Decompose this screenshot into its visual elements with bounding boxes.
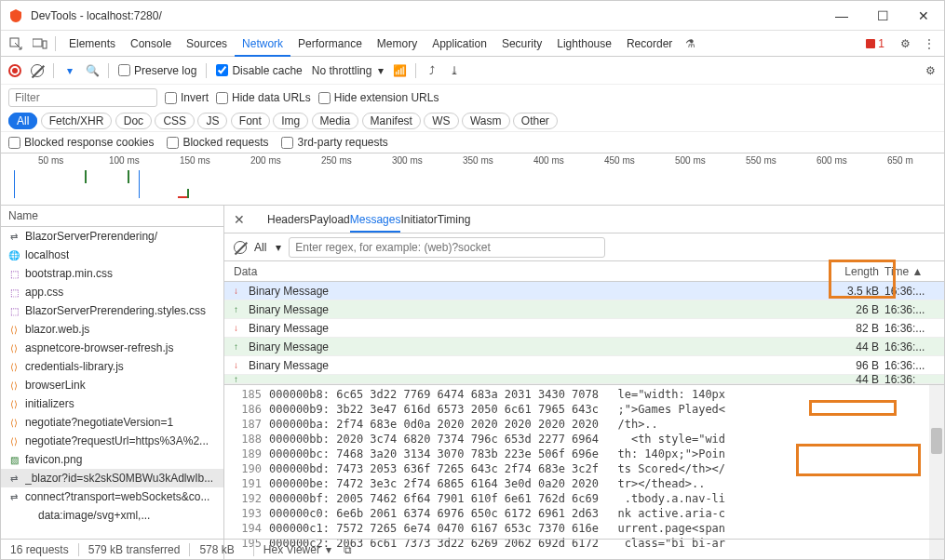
detail-tab-payload[interactable]: Payload — [309, 207, 349, 231]
request-row[interactable]: ⟨⟩negotiate?requestUrl=https%3A%2... — [1, 432, 223, 450]
tab-elements[interactable]: Elements — [61, 32, 123, 55]
request-row[interactable]: ▨favicon.png — [1, 450, 223, 469]
clear-messages-button[interactable] — [234, 241, 247, 254]
throttling-select[interactable]: No throttling ▾ — [312, 64, 384, 77]
disable-cache-checkbox[interactable]: Disable cache — [216, 64, 302, 77]
message-data: Binary Message — [249, 285, 821, 298]
upload-har-icon[interactable]: ⤴ — [425, 64, 439, 77]
filter-pill-manifest[interactable]: Manifest — [362, 113, 421, 129]
hex-row: 190000000bd: 7473 2053 636f 7265 643c 2f… — [234, 461, 944, 476]
filter-pill-doc[interactable]: Doc — [115, 113, 152, 129]
request-row[interactable]: ⟨⟩aspnetcore-browser-refresh.js — [1, 339, 223, 357]
filter-pill-wasm[interactable]: Wasm — [462, 113, 510, 129]
filter-pill-other[interactable]: Other — [513, 113, 558, 129]
hex-row: 189000000bc: 7468 3a20 3134 3070 783b 22… — [234, 447, 944, 461]
hex-row: 188000000bb: 2020 3c74 6820 7374 796c 65… — [234, 432, 944, 447]
close-detail-button[interactable]: ✕ — [234, 212, 245, 227]
tab-memory[interactable]: Memory — [370, 32, 425, 55]
message-length: 26 B — [821, 303, 884, 316]
tab-console[interactable]: Console — [123, 32, 179, 55]
record-button[interactable] — [8, 64, 21, 77]
time-column-header[interactable]: Time ▲ — [884, 265, 935, 278]
message-row[interactable]: ↑Binary Message26 B16:36:... — [224, 300, 944, 319]
message-regex-input[interactable] — [289, 237, 605, 258]
blocked-cookies-checkbox[interactable]: Blocked response cookies — [8, 136, 154, 149]
filter-pill-font[interactable]: Font — [231, 113, 270, 129]
download-har-icon[interactable]: ⤓ — [448, 64, 461, 77]
message-row[interactable]: ↓Binary Message82 B16:36:... — [224, 319, 944, 338]
more-icon[interactable]: ⋮ — [920, 34, 938, 53]
inspect-icon[interactable] — [7, 34, 25, 53]
message-time: 16:36:... — [884, 303, 935, 316]
request-row[interactable]: ⟨⟩browserLink — [1, 376, 223, 394]
filter-pill-js[interactable]: JS — [197, 113, 227, 129]
direction-icon: ↓ — [234, 286, 243, 296]
request-row[interactable]: ⇄_blazor?id=sk2skS0MBWu3kAdlwIb... — [1, 469, 223, 487]
tab-lighthouse[interactable]: Lighthouse — [549, 32, 619, 55]
message-type-select[interactable]: All ▾ — [254, 241, 281, 254]
copy-icon[interactable]: ⧉ — [344, 543, 352, 556]
clear-button[interactable] — [31, 64, 44, 77]
request-name-label: _blazor?id=sk2skS0MBWu3kAdlwIb... — [25, 472, 213, 485]
tab-recorder[interactable]: Recorder — [619, 32, 680, 55]
message-row[interactable]: ↓Binary Message3.5 kB16:36:... — [224, 282, 944, 300]
hex-viewer-select[interactable]: Hex Viewer ▾ ⧉ — [253, 543, 361, 556]
filter-pill-ws[interactable]: WS — [424, 113, 458, 129]
tab-sources[interactable]: Sources — [179, 32, 235, 55]
tab-security[interactable]: Security — [494, 32, 549, 55]
hide-extension-urls-checkbox[interactable]: Hide extension URLs — [318, 91, 439, 104]
length-column-header[interactable]: Length — [821, 265, 884, 278]
overview-timeline[interactable]: 50 ms100 ms150 ms200 ms250 ms300 ms350 m… — [1, 153, 944, 206]
invert-checkbox[interactable]: Invert — [165, 91, 209, 104]
request-row[interactable]: ⇄connect?transport=webSockets&co... — [1, 487, 223, 506]
filter-pill-css[interactable]: CSS — [155, 113, 195, 129]
detail-tab-headers[interactable]: Headers — [267, 207, 309, 231]
request-row[interactable]: ⇄BlazorServerPrerendering/ — [1, 227, 223, 246]
search-icon[interactable]: 🔍 — [86, 64, 99, 77]
name-column-header[interactable]: Name — [1, 206, 223, 227]
tab-performance[interactable]: Performance — [290, 32, 370, 55]
hex-row: 186000000b9: 3b22 3e47 616d 6573 2050 6c… — [234, 402, 944, 417]
filter-input[interactable] — [8, 88, 157, 107]
direction-icon: ↓ — [234, 323, 243, 333]
error-count[interactable]: 1 — [866, 37, 884, 50]
preserve-log-checkbox[interactable]: Preserve log — [118, 64, 196, 77]
tab-application[interactable]: Application — [425, 32, 494, 55]
request-row[interactable]: ⬚bootstrap.min.css — [1, 264, 223, 283]
hide-data-urls-checkbox[interactable]: Hide data URLs — [216, 91, 311, 104]
minimize-button[interactable]: — — [829, 8, 855, 23]
wifi-icon[interactable]: 📶 — [393, 64, 406, 77]
device-icon[interactable] — [31, 34, 49, 53]
timeline-tick: 100 ms — [109, 155, 140, 166]
tab-network[interactable]: Network — [235, 32, 290, 57]
detail-tab-initiator[interactable]: Initiator — [400, 207, 437, 231]
request-row[interactable]: ⬚app.css — [1, 283, 223, 301]
message-row[interactable]: ↑44 B16:36: — [224, 375, 944, 384]
request-row[interactable]: ⟨⟩negotiate?negotiateVersion=1 — [1, 413, 223, 432]
filter-pill-media[interactable]: Media — [312, 113, 359, 129]
request-row[interactable]: 🌐localhost — [1, 246, 223, 264]
request-row[interactable]: ⟨⟩blazor.web.js — [1, 320, 223, 339]
third-party-checkbox[interactable]: 3rd-party requests — [281, 136, 387, 149]
filter-pill-img[interactable]: Img — [273, 113, 308, 129]
request-row[interactable]: data:image/svg+xml,... — [1, 506, 223, 525]
detail-tab-timing[interactable]: Timing — [438, 207, 471, 231]
request-row[interactable]: ⟨⟩initializers — [1, 394, 223, 413]
request-row[interactable]: ⬚BlazorServerPrerendering.styles.css — [1, 301, 223, 320]
message-data: Binary Message — [249, 359, 821, 372]
maximize-button[interactable]: ☐ — [870, 8, 896, 23]
message-row[interactable]: ↑Binary Message44 B16:36:... — [224, 338, 944, 356]
request-row[interactable]: ⟨⟩credentials-library.js — [1, 357, 223, 376]
settings-icon[interactable]: ⚙ — [896, 34, 914, 53]
resource-type-icon: ⟨⟩ — [8, 417, 20, 428]
filter-pill-fetch-xhr[interactable]: Fetch/XHR — [41, 113, 113, 129]
filter-icon[interactable]: ▾ — [63, 64, 76, 77]
blocked-requests-checkbox[interactable]: Blocked requests — [167, 136, 268, 149]
filter-pill-all[interactable]: All — [8, 113, 37, 129]
detail-tab-messages[interactable]: Messages — [350, 207, 401, 233]
close-button[interactable]: ✕ — [911, 8, 937, 23]
hex-row: 194000000c1: 7572 7265 6e74 0470 6167 65… — [234, 521, 944, 536]
network-settings-icon[interactable]: ⚙ — [924, 64, 937, 77]
data-column-header[interactable]: Data — [234, 265, 821, 278]
message-length: 44 B — [821, 340, 884, 353]
